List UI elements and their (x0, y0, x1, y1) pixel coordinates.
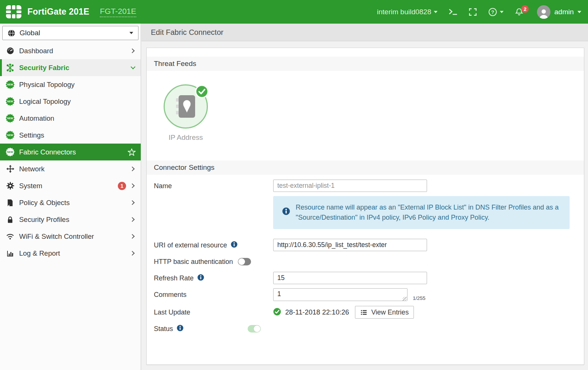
uri-input[interactable] (273, 239, 427, 251)
sidebar-item-label: Policy & Objects (19, 199, 131, 207)
chevron-right-icon (130, 48, 135, 53)
fabric-icon (5, 64, 15, 72)
username-label: admin (554, 8, 574, 16)
build-dropdown[interactable]: interim build0828 (377, 8, 438, 16)
sidebar-item-system[interactable]: System 1 (0, 177, 141, 194)
fortinet-logo (6, 5, 22, 19)
last-update-row: Last Update 28-11-2018 22:10:26 View Ent… (154, 306, 576, 319)
enabled-check-badge (195, 84, 209, 99)
info-icon[interactable] (231, 241, 238, 250)
http-auth-label: HTTP basic authentication (154, 258, 233, 266)
new-badge: NEW (6, 80, 15, 89)
chevron-right-icon (130, 166, 135, 171)
notifications-button[interactable]: 2 (515, 7, 523, 16)
section-title: Threat Feeds (154, 60, 196, 68)
last-update-value: 28-11-2018 22:10:26 (285, 308, 349, 316)
sidebar-item-wifi-switch[interactable]: WiFi & Switch Controller (0, 228, 141, 245)
new-badge-icon: NEW (5, 131, 15, 140)
uri-label: URI of external resource (154, 241, 227, 249)
address-book-pin-icon (175, 94, 197, 118)
status-toggle[interactable] (248, 325, 261, 333)
info-note-text: Resource name will appear as an "Externa… (296, 202, 561, 223)
chevron-down-icon (434, 11, 438, 13)
chevron-right-icon (130, 217, 135, 222)
sidebar-item-label: Fabric Connectors (19, 148, 128, 156)
sidebar-item-label: System (19, 182, 118, 190)
chevron-right-icon (130, 200, 135, 205)
sidebar-item-fabric-connectors[interactable]: NEW Fabric Connectors (0, 144, 141, 160)
sidebar-item-settings[interactable]: NEW Settings (0, 127, 141, 144)
svg-text:?: ? (491, 9, 494, 15)
comments-textarea[interactable]: 1 (273, 288, 408, 301)
new-badge: NEW (6, 97, 15, 106)
chevron-right-icon (130, 251, 135, 256)
section-title: Connector Settings (154, 163, 215, 172)
chevron-right-icon (130, 234, 135, 239)
info-icon[interactable] (177, 325, 183, 333)
sidebar-item-policy-objects[interactable]: Policy & Objects (0, 194, 141, 211)
section-header-connector-settings: Connector Settings (147, 160, 584, 175)
connector-circle (164, 84, 208, 129)
sidebar-item-security-profiles[interactable]: Security Profiles (0, 211, 141, 228)
view-entries-label: View Entries (371, 309, 409, 316)
globe-icon (8, 29, 15, 37)
success-check-icon (273, 308, 281, 317)
person-icon (538, 7, 549, 19)
http-auth-toggle[interactable] (238, 258, 251, 265)
favorite-star-icon[interactable] (128, 148, 136, 156)
comments-row: Comments 1 1/255 (154, 288, 576, 303)
last-update-label: Last Update (154, 309, 190, 316)
status-row: Status (154, 322, 576, 335)
sidebar-item-logical-topology[interactable]: NEW Logical Topology (0, 93, 141, 110)
user-menu[interactable]: admin (537, 5, 581, 19)
refresh-rate-input[interactable] (273, 272, 427, 284)
vdom-select[interactable]: Global (2, 26, 138, 40)
resource-name-info-note: Resource name will appear as an "Externa… (273, 196, 570, 229)
new-badge-icon: NEW (5, 148, 15, 157)
http-auth-row: HTTP basic authentication (154, 255, 576, 268)
wifi-icon (5, 232, 15, 241)
avatar (537, 5, 550, 19)
cli-console-button[interactable] (449, 8, 457, 15)
sidebar-item-dashboard[interactable]: Dashboard (0, 42, 141, 59)
hostname-link[interactable]: FGT-201E (100, 7, 136, 17)
sidebar-item-label: Physical Topology (19, 81, 141, 89)
gear-icon (5, 182, 15, 190)
status-label: Status (154, 325, 173, 333)
info-icon[interactable] (197, 274, 204, 283)
sidebar-item-security-fabric[interactable]: Security Fabric (0, 59, 141, 76)
view-entries-button[interactable]: View Entries (355, 306, 414, 319)
chevron-down-icon (131, 64, 135, 69)
connector-tile-ip-address[interactable]: IP Address (164, 84, 208, 142)
sidebar-item-label: Log & Report (19, 249, 131, 258)
sidebar-item-label: Automation (19, 114, 141, 123)
comments-char-counter: 1/255 (413, 295, 426, 303)
section-header-threat-feeds: Threat Feeds (147, 57, 584, 71)
name-input[interactable] (273, 180, 427, 192)
sidebar-item-automation[interactable]: NEW Automation (0, 110, 141, 127)
page-title: Edit Fabric Connector (151, 28, 223, 37)
sidebar-item-physical-topology[interactable]: NEW Physical Topology (0, 76, 141, 93)
sidebar-item-label: Dashboard (19, 47, 131, 55)
comments-label: Comments (154, 291, 186, 299)
chevron-right-icon (130, 183, 135, 188)
bar-chart-icon (5, 250, 15, 257)
new-badge: NEW (6, 114, 15, 123)
sidebar-item-label: Security Fabric (19, 64, 131, 72)
new-badge-icon: NEW (5, 97, 15, 106)
info-icon (282, 207, 290, 218)
new-badge-icon: NEW (5, 80, 15, 89)
alert-count-badge: 1 (118, 182, 126, 190)
document-icon (5, 199, 15, 207)
name-row: Name (154, 180, 576, 192)
notification-count-badge: 2 (521, 5, 529, 13)
page-header-bar: Edit Fabric Connector (141, 24, 588, 41)
help-dropdown[interactable]: ? (488, 7, 504, 16)
sidebar-item-network[interactable]: Network (0, 160, 141, 177)
sidebar-item-log-report[interactable]: Log & Report (0, 245, 141, 262)
lock-icon (5, 216, 15, 223)
uri-row: URI of external resource (154, 239, 576, 252)
sidebar-item-label: Network (19, 165, 131, 173)
connector-settings-form: Name Resource name will appear as an "Ex… (147, 175, 584, 335)
fullscreen-button[interactable] (469, 8, 477, 16)
